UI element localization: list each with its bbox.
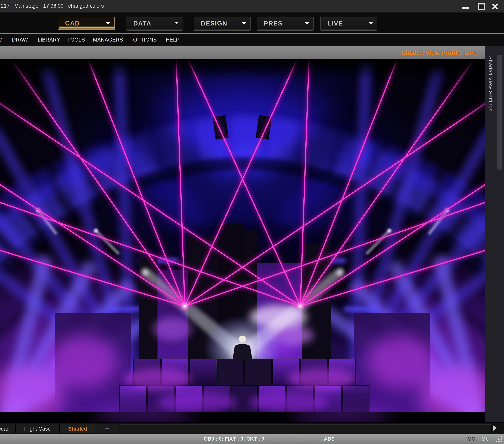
view-tab-label: Shaded <box>68 426 87 432</box>
mode-tab-label: CAD <box>65 20 80 27</box>
view-tab-label: Quad <box>0 426 10 432</box>
tab-bar-empty-area <box>119 424 491 433</box>
selection-counts: OBJ : 0; FIXT : 0; CKT : 0 <box>204 436 264 442</box>
menu-options[interactable]: OPTIONS <box>133 37 157 43</box>
menu-help[interactable]: HELP <box>166 37 180 43</box>
view-tab-label: Flight Case <box>24 426 51 432</box>
mode-tab-label: DATA <box>133 20 151 27</box>
menu-draw[interactable]: DRAW <box>12 37 28 43</box>
mode-tab-row: CAD DATA DESIGN PRES LIVE <box>0 13 504 34</box>
chevron-down-icon <box>175 22 179 24</box>
minimize-icon[interactable] <box>459 0 473 13</box>
mode-tab-data[interactable]: DATA <box>126 17 183 30</box>
chevron-down-icon <box>242 22 246 24</box>
mode-tab-cad[interactable]: CAD <box>58 17 115 30</box>
mode-tab-label: LIVE <box>327 20 343 27</box>
shared-channels-indicator: Shared Channels <box>270 436 312 442</box>
menu-managers[interactable]: MANAGERS <box>93 37 123 43</box>
close-icon[interactable] <box>488 0 503 13</box>
add-view-tab-label: + <box>105 425 109 433</box>
right-arrow-icon[interactable] <box>493 425 497 431</box>
mode-tab-pres[interactable]: PRES <box>257 17 314 30</box>
status-bar: OBJ : 0; FIXT : 0; CKT : 0 Shared Channe… <box>0 434 504 444</box>
view-tab-quad[interactable]: Quad <box>0 424 16 433</box>
mc-label: MC: <box>467 436 477 442</box>
panel-grab-strip[interactable] <box>497 55 502 170</box>
wysiwyg-window: 217 - Mainstage - 17 06 09 - changed col… <box>0 0 504 444</box>
mode-tab-live[interactable]: LIVE <box>320 17 377 30</box>
shaded-render-viewport[interactable] <box>0 59 485 423</box>
view-tab-shaded[interactable]: Shaded <box>59 424 96 433</box>
shaded-view-profile-label: Shaded View Profile: Live <box>402 49 477 56</box>
shaded-view-settings-panel: Shaded View Settings <box>485 46 504 423</box>
resize-grip[interactable] <box>495 436 503 443</box>
add-view-tab-button[interactable]: + <box>96 424 118 433</box>
corner-vignette <box>0 59 485 423</box>
active-mode-underline <box>59 27 114 29</box>
maximize-icon[interactable] <box>474 0 488 13</box>
mode-tab-design[interactable]: DESIGN <box>194 17 251 30</box>
view-tab-bar: Quad Flight Case Shaded + <box>0 423 504 434</box>
title-bar: 217 - Mainstage - 17 06 09 - changed col… <box>0 0 504 13</box>
menu-view[interactable]: VIEW <box>0 37 2 43</box>
shaded-view-settings-tab[interactable]: Shaded View Settings <box>487 56 493 112</box>
mode-tab-label: PRES <box>264 20 283 27</box>
chevron-down-icon <box>305 22 309 24</box>
mode-tab-label: DESIGN <box>201 20 227 27</box>
profile-bar: Shaded View Profile: Live <box>0 46 485 59</box>
chevron-down-icon <box>369 22 373 24</box>
mc-value: Me <box>481 436 488 442</box>
menu-library[interactable]: LIBRARY <box>38 37 60 43</box>
chevron-down-icon <box>106 22 110 24</box>
abs-mode-indicator[interactable]: ABS <box>324 436 335 442</box>
menu-bar: VIEW DRAW LIBRARY TOOLS MANAGERS OPTIONS… <box>0 34 504 46</box>
menu-tools[interactable]: TOOLS <box>67 37 85 43</box>
view-tab-flight-case[interactable]: Flight Case <box>16 424 59 433</box>
window-title: 217 - Mainstage - 17 06 09 - changed col… <box>1 3 104 9</box>
